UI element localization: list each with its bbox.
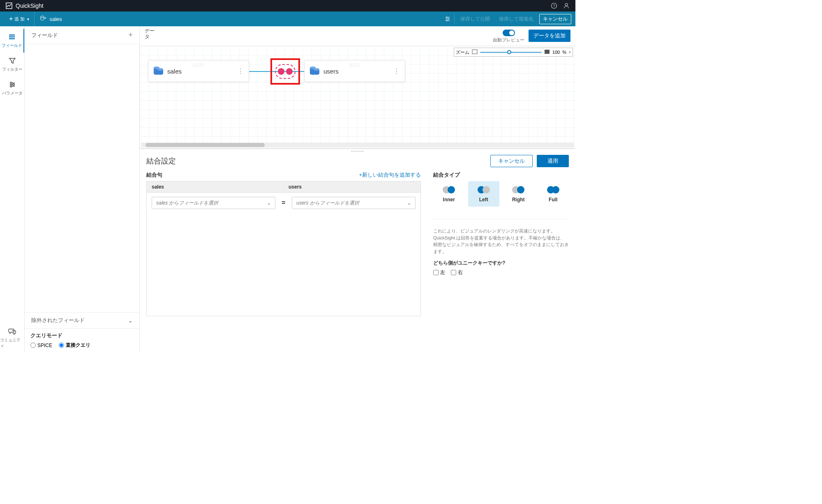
unique-key-question: どちら側がユニークキーですか? [433, 260, 569, 267]
drag-handle-icon[interactable]: ●●●●●●●●●●●● [193, 63, 204, 67]
spice-radio[interactable]: SPICE [30, 343, 52, 348]
join-type-full[interactable]: Full [538, 181, 569, 207]
nav-params[interactable]: パラメータ [0, 76, 24, 100]
node-label: sales [167, 68, 182, 75]
nav-community-label: コミュニティ [0, 337, 24, 349]
fit-icon[interactable] [472, 49, 478, 55]
zoom-slider[interactable] [480, 52, 542, 53]
add-menu-button[interactable]: + 追 加 ▾ [4, 12, 35, 26]
nav-filter[interactable]: フィルター [0, 53, 24, 76]
node-menu-icon[interactable]: ⋮ [393, 67, 400, 75]
full-label: Full [549, 197, 557, 203]
user-icon[interactable] [563, 2, 570, 9]
svg-point-11 [10, 82, 12, 84]
zoom-caret-icon[interactable]: ▾ [569, 50, 571, 54]
help-icon[interactable]: ? [551, 2, 557, 9]
clause-header: sales users [147, 182, 420, 193]
zoom-unit: % [562, 50, 566, 55]
nav-rail: フィールド フィルター パラメータ コミュニティ [0, 26, 25, 353]
data-header-label: データ [145, 28, 159, 39]
dataset-icon [40, 16, 47, 23]
right-placeholder: users からフィールドを選択 [296, 200, 359, 207]
fields-panel: フィールド + 除外されたフィールド ⌄ クエリモード SPICE 直接クエリ [25, 26, 140, 353]
svg-point-3 [565, 3, 568, 6]
left-field-select[interactable]: sales からフィールドを選択⌄ [152, 197, 275, 209]
brand-name: QuickSight [16, 2, 44, 9]
right-col-header: users [284, 182, 420, 192]
join-types: 結合タイプ Inner Left Right [433, 171, 569, 316]
auto-preview-label: 自動プレビュー [493, 37, 524, 43]
chevron-down-icon: ⌄ [267, 200, 271, 206]
cancel-button[interactable]: キャンセル [539, 14, 571, 24]
clauses-title: 結合句 [146, 171, 162, 179]
save-publish-button: 保存して公開 [457, 14, 493, 24]
join-clauses: 結合句 +新しい結合句を追加する sales users sales からフィー… [146, 171, 421, 316]
fields-body [25, 44, 139, 312]
chevron-down-icon: ⌄ [128, 318, 133, 324]
excluded-label: 除外されたフィールド [31, 317, 85, 324]
left-label: Left [479, 197, 488, 203]
join-apply-button[interactable]: 適用 [537, 155, 569, 167]
help-text: これにより、ビジュアルのレンダリングが高速になります。QuickSight は回… [433, 228, 569, 255]
params-icon [8, 81, 16, 89]
clause-row: sales からフィールドを選択⌄ = users からフィールドを選択⌄ [147, 193, 420, 213]
add-field-icon[interactable]: + [128, 31, 133, 39]
settings-icon[interactable] [443, 13, 455, 25]
canvas[interactable]: ●●●●●●●●●●●● sales ⋮ ●●●●●●●●●●●● users … [140, 46, 575, 148]
fields-title: フィールド [31, 32, 58, 39]
save-visualize-button: 保存して視覚化 [496, 14, 537, 24]
query-mode: クエリモード SPICE 直接クエリ [25, 328, 139, 353]
add-data-button[interactable]: データを追加 [529, 30, 570, 42]
svg-point-13 [10, 85, 12, 87]
svg-rect-9 [9, 37, 15, 38]
database-icon [152, 65, 164, 77]
join-cancel-button[interactable]: キャンセル [490, 155, 533, 167]
nav-fields[interactable]: フィールド [0, 29, 24, 53]
direct-radio[interactable]: 直接クエリ [59, 342, 90, 349]
join-type-left[interactable]: Left [468, 181, 500, 207]
plus-icon: + [9, 16, 13, 22]
zoom-bar: ズーム 100 % ▾ [454, 48, 573, 57]
excluded-fields-toggle[interactable]: 除外されたフィールド ⌄ [25, 312, 139, 328]
panel-drag-handle[interactable] [140, 149, 575, 153]
right-chk-label: 右 [458, 269, 463, 276]
nav-community[interactable]: コミュニティ [0, 323, 24, 353]
node-users[interactable]: ●●●●●●●●●●●● users ⋮ [304, 60, 405, 82]
dataset-label: sales [49, 16, 62, 22]
nav-filter-label: フィルター [2, 67, 23, 72]
node-menu-icon[interactable]: ⋮ [237, 67, 244, 75]
horizontal-scrollbar[interactable] [141, 143, 574, 147]
spice-label: SPICE [37, 343, 52, 348]
svg-rect-14 [472, 50, 477, 54]
left-chk-label: 左 [440, 269, 445, 276]
node-sales[interactable]: ●●●●●●●●●●●● sales ⋮ [148, 60, 249, 82]
join-type-right[interactable]: Right [503, 181, 534, 207]
fields-icon [8, 33, 16, 41]
direct-label: 直接クエリ [66, 342, 90, 349]
top-bar: QuickSight ? [0, 0, 575, 12]
unique-left-checkbox[interactable]: 左 [433, 269, 445, 276]
svg-point-5 [446, 17, 447, 18]
dataset-name[interactable]: sales [35, 16, 67, 23]
query-mode-label: クエリモード [30, 332, 134, 339]
join-icon [275, 64, 296, 79]
zoom-actual-icon[interactable] [544, 49, 550, 55]
toolbar: + 追 加 ▾ sales 保存して公開 保存して視覚化 キャンセル [0, 12, 575, 26]
join-indicator[interactable] [270, 58, 300, 85]
right-label: Right [512, 197, 525, 203]
svg-rect-10 [9, 38, 15, 39]
nav-fields-label: フィールド [2, 43, 22, 48]
inner-label: Inner [443, 197, 455, 203]
svg-text:?: ? [553, 4, 555, 8]
node-label: users [323, 68, 339, 75]
svg-point-12 [13, 84, 14, 85]
database-icon [309, 65, 320, 77]
drag-handle-icon[interactable]: ●●●●●●●●●●●● [349, 63, 360, 67]
add-clause-link[interactable]: +新しい結合句を追加する [359, 171, 421, 179]
join-type-inner[interactable]: Inner [433, 181, 465, 207]
join-title: 結合設定 [146, 156, 176, 166]
canvas-wrap: ズーム 100 % ▾ ●●●●●●●●●●●● sales ⋮ [140, 46, 575, 149]
right-field-select[interactable]: users からフィールドを選択⌄ [292, 197, 416, 209]
auto-preview-toggle[interactable] [503, 30, 515, 36]
unique-right-checkbox[interactable]: 右 [451, 269, 463, 276]
